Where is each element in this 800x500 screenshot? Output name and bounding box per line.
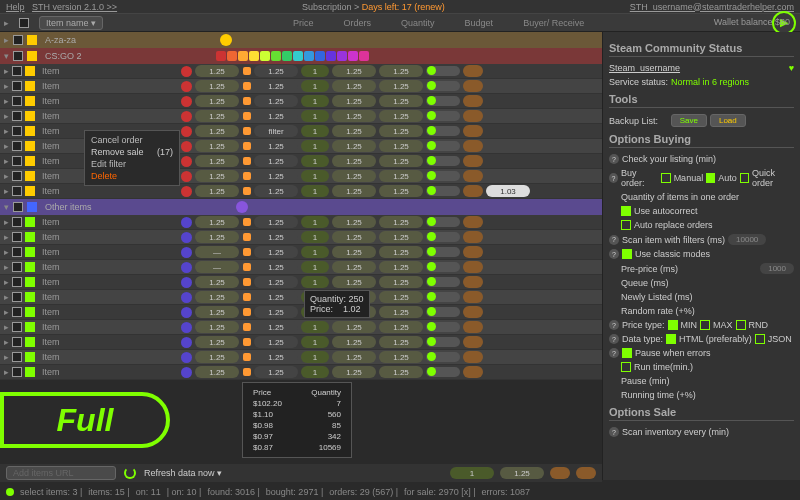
steam-user-link[interactable]: Steam_username xyxy=(609,63,680,73)
price-pill[interactable]: 1.25 xyxy=(195,185,239,197)
qty-pill[interactable]: 1 xyxy=(301,216,329,228)
toggle-slider[interactable] xyxy=(426,96,460,106)
extra-pill[interactable]: 1.03 xyxy=(486,185,530,197)
table-row[interactable]: ▸ Item 1.25 1.25 1 1.25 1.25 xyxy=(0,335,602,350)
price-pill[interactable]: 1.25 xyxy=(195,276,239,288)
orders-pill[interactable]: 1.25 xyxy=(254,95,298,107)
action-pill[interactable] xyxy=(463,261,483,273)
action-pill[interactable] xyxy=(463,110,483,122)
ctx-edit[interactable]: Edit filter xyxy=(91,158,173,170)
action-pill[interactable] xyxy=(463,155,483,167)
action-pill[interactable] xyxy=(463,306,483,318)
days-left[interactable]: Days left: 17 (renew) xyxy=(362,2,445,12)
action-pill[interactable] xyxy=(463,321,483,333)
budget-pill[interactable]: 1.25 xyxy=(332,336,376,348)
load-button[interactable]: Load xyxy=(710,114,746,127)
chevron-icon[interactable]: ▸ xyxy=(4,126,9,136)
chevron-icon[interactable]: ▸ xyxy=(4,292,9,302)
pause-err-checkbox[interactable] xyxy=(622,348,632,358)
orders-pill[interactable]: 1.25 xyxy=(254,336,298,348)
toggle-slider[interactable] xyxy=(426,171,460,181)
rnd-checkbox[interactable] xyxy=(736,320,746,330)
version-link[interactable]: STH version 2.1.0 >> xyxy=(32,2,117,12)
orders-pill[interactable]: 1.25 xyxy=(254,291,298,303)
action-pill[interactable] xyxy=(463,336,483,348)
runtime-checkbox[interactable] xyxy=(621,362,631,372)
help-icon[interactable]: ? xyxy=(609,348,619,358)
row-dot[interactable] xyxy=(181,126,192,137)
price-pill[interactable]: 1.25 xyxy=(195,65,239,77)
autocorrect-checkbox[interactable] xyxy=(621,206,631,216)
item-name-dropdown[interactable]: Item name ▾ xyxy=(39,16,103,30)
price-pill[interactable]: — xyxy=(195,246,239,258)
buyer-pill[interactable]: 1.25 xyxy=(379,110,423,122)
chevron-icon[interactable]: ▸ xyxy=(4,186,9,196)
toggle-slider[interactable] xyxy=(426,292,460,302)
budget-pill[interactable]: 1.25 xyxy=(332,246,376,258)
toggle-slider[interactable] xyxy=(426,232,460,242)
orders-pill[interactable]: 1.25 xyxy=(254,110,298,122)
price-pill[interactable]: 1.25 xyxy=(195,110,239,122)
row-dot[interactable] xyxy=(181,217,192,228)
toggle-slider[interactable] xyxy=(426,141,460,151)
row-dot[interactable] xyxy=(181,81,192,92)
toggle-slider[interactable] xyxy=(426,66,460,76)
budget-pill[interactable]: 1.25 xyxy=(332,155,376,167)
user-email[interactable]: STH_username@steamtraderhelper.com xyxy=(630,2,794,12)
bottom-pill[interactable] xyxy=(576,467,596,479)
min-checkbox[interactable] xyxy=(668,320,678,330)
price-pill[interactable]: 1.25 xyxy=(195,155,239,167)
chevron-icon[interactable]: ▸ xyxy=(4,81,9,91)
buyer-pill[interactable]: 1.25 xyxy=(379,261,423,273)
chevron-icon[interactable]: ▸ xyxy=(4,367,9,377)
buyer-pill[interactable]: 1.25 xyxy=(379,95,423,107)
orders-pill[interactable]: 1.25 xyxy=(254,276,298,288)
toggle-slider[interactable] xyxy=(426,126,460,136)
orders-pill[interactable]: 1.25 xyxy=(254,306,298,318)
checkbox[interactable] xyxy=(12,247,22,257)
budget-pill[interactable]: 1.25 xyxy=(332,170,376,182)
chevron-icon[interactable]: ▸ xyxy=(4,217,9,227)
refresh-label[interactable]: Refresh data now ▾ xyxy=(144,468,222,478)
row-dot[interactable] xyxy=(181,322,192,333)
price-pill[interactable]: 1.25 xyxy=(195,216,239,228)
orders-pill[interactable]: 1.25 xyxy=(254,261,298,273)
max-checkbox[interactable] xyxy=(700,320,710,330)
budget-pill[interactable]: 1.25 xyxy=(332,231,376,243)
buyer-pill[interactable]: 1.25 xyxy=(379,155,423,167)
qty-pill[interactable]: 1 xyxy=(301,276,329,288)
toggle-slider[interactable] xyxy=(426,186,460,196)
price-pill[interactable]: 1.25 xyxy=(195,231,239,243)
qty-pill[interactable]: 1 xyxy=(301,65,329,77)
row-dot[interactable] xyxy=(181,66,192,77)
orders-pill[interactable]: 1.25 xyxy=(254,231,298,243)
row-dot[interactable] xyxy=(181,232,192,243)
bottom-pill[interactable]: 1.25 xyxy=(500,467,544,479)
action-pill[interactable] xyxy=(463,351,483,363)
chevron-icon[interactable]: ▸ xyxy=(4,35,9,45)
chevron-icon[interactable]: ▸ xyxy=(4,111,9,121)
html-checkbox[interactable] xyxy=(666,334,676,344)
price-pill[interactable]: — xyxy=(195,261,239,273)
toggle-slider[interactable] xyxy=(426,322,460,332)
scan-ms-input[interactable]: 10000 xyxy=(728,234,766,245)
budget-pill[interactable]: 1.25 xyxy=(332,351,376,363)
checkbox[interactable] xyxy=(12,262,22,272)
qty-pill[interactable]: 1 xyxy=(301,80,329,92)
checkbox[interactable] xyxy=(13,51,23,61)
help-icon[interactable]: ? xyxy=(609,173,618,183)
price-pill[interactable]: 1.25 xyxy=(195,306,239,318)
chevron-icon[interactable]: ▸ xyxy=(4,232,9,242)
checkbox[interactable] xyxy=(12,111,22,121)
qty-pill[interactable]: 1 xyxy=(301,261,329,273)
budget-pill[interactable]: 1.25 xyxy=(332,80,376,92)
row-dot[interactable] xyxy=(181,141,192,152)
buyer-pill[interactable]: 1.25 xyxy=(379,216,423,228)
col-price[interactable]: Price xyxy=(293,18,314,28)
chevron-icon[interactable]: ▸ xyxy=(4,277,9,287)
row-dot[interactable] xyxy=(181,111,192,122)
row-dot[interactable] xyxy=(181,337,192,348)
table-row[interactable]: ▸ Item 1.25 1.25 1 1.25 1.25 xyxy=(0,320,602,335)
buyer-pill[interactable]: 1.25 xyxy=(379,80,423,92)
buyer-pill[interactable]: 1.25 xyxy=(379,321,423,333)
